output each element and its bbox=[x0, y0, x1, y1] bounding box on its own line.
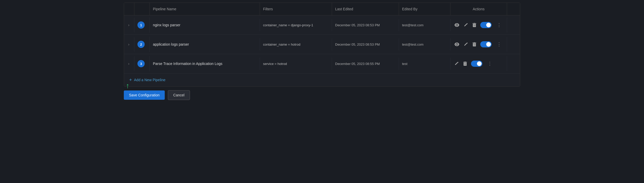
row-2-actions: ⋮ bbox=[450, 37, 507, 52]
row-2-extra bbox=[507, 40, 520, 48]
edit-button[interactable] bbox=[454, 61, 459, 66]
row-2-expand[interactable]: › bbox=[124, 37, 134, 52]
cancel-button[interactable]: Cancel bbox=[168, 90, 190, 100]
col-filters: Filters bbox=[260, 3, 332, 15]
row-3-extra bbox=[507, 60, 520, 68]
col-extra bbox=[507, 3, 520, 15]
row-1-name: nginx logs parser bbox=[150, 19, 260, 31]
expand-button[interactable]: › bbox=[127, 41, 130, 47]
row-1-filter: container_name = django-proxy-1 bbox=[260, 19, 332, 31]
view-button[interactable] bbox=[454, 23, 460, 27]
row-2-toggle[interactable] bbox=[480, 41, 492, 47]
view-button[interactable] bbox=[454, 42, 460, 47]
add-plus-icon: + bbox=[129, 78, 132, 82]
col-expand bbox=[124, 3, 134, 15]
save-configuration-button[interactable]: Save Configuration bbox=[124, 90, 165, 100]
row-2-user: test@test.com bbox=[399, 38, 450, 51]
row-3-filter: service = hotrod bbox=[260, 58, 332, 70]
more-options-button[interactable]: ⋮ bbox=[495, 22, 503, 28]
edit-button[interactable] bbox=[463, 42, 468, 47]
table-row: › 3 Parse Trace Information in Applicati… bbox=[124, 54, 520, 73]
row-badge: 1 bbox=[137, 21, 145, 29]
col-edited-by: Edited By bbox=[399, 3, 450, 15]
row-badge: 3 bbox=[137, 60, 145, 67]
col-actions: Actions bbox=[450, 3, 507, 15]
more-options-button[interactable]: ⋮ bbox=[486, 60, 494, 67]
row-1-user: test@test.com bbox=[399, 19, 450, 31]
add-pipeline-row: + Add a New Pipeline bbox=[124, 73, 520, 86]
row-1-toggle[interactable] bbox=[480, 22, 492, 28]
expand-button[interactable]: › bbox=[127, 22, 130, 28]
row-3-actions: ⋮ bbox=[450, 56, 507, 71]
delete-button[interactable] bbox=[472, 22, 477, 28]
table-row: › 2 application logs parser container_na… bbox=[124, 35, 520, 54]
row-1-expand[interactable]: › bbox=[124, 18, 134, 32]
row-2-filter: container_name = hotrod bbox=[260, 38, 332, 51]
pipelines-table: Pipeline Name Filters Last Edited Edited… bbox=[124, 3, 520, 87]
table-row: › 1 nginx logs parser container_name = d… bbox=[124, 15, 520, 35]
add-pipeline-label: Add a New Pipeline bbox=[134, 78, 166, 82]
col-index bbox=[134, 3, 150, 15]
row-3-expand[interactable]: › bbox=[124, 56, 134, 71]
row-1-date: December 05, 2023 08:53 PM bbox=[332, 19, 399, 31]
row-3-date: December 05, 2023 08:55 PM bbox=[332, 58, 399, 70]
row-1-actions: ⋮ bbox=[450, 18, 507, 32]
col-pipeline-name: Pipeline Name bbox=[150, 3, 260, 15]
row-3-name: Parse Trace Information in Application L… bbox=[150, 57, 260, 70]
more-options-button[interactable]: ⋮ bbox=[495, 41, 503, 48]
delete-button[interactable] bbox=[472, 42, 477, 47]
add-pipeline-button[interactable]: + Add a New Pipeline bbox=[129, 78, 166, 82]
col-last-edited: Last Edited bbox=[332, 3, 399, 15]
row-2-badge: 2 bbox=[134, 37, 150, 52]
row-3-badge: 3 bbox=[134, 56, 150, 71]
delete-button[interactable] bbox=[463, 61, 467, 66]
footer: ↑ Save Configuration Cancel bbox=[121, 87, 523, 104]
row-2-date: December 05, 2023 08:53 PM bbox=[332, 38, 399, 51]
edit-button[interactable] bbox=[463, 22, 468, 28]
row-3-user: test bbox=[399, 58, 450, 70]
expand-button[interactable]: › bbox=[127, 61, 130, 67]
row-3-toggle[interactable] bbox=[471, 61, 482, 67]
row-2-name: application logs parser bbox=[150, 38, 260, 51]
row-1-badge: 1 bbox=[134, 17, 150, 33]
table-header: Pipeline Name Filters Last Edited Edited… bbox=[124, 3, 520, 15]
row-badge: 2 bbox=[137, 41, 145, 48]
row-1-extra bbox=[507, 21, 520, 29]
